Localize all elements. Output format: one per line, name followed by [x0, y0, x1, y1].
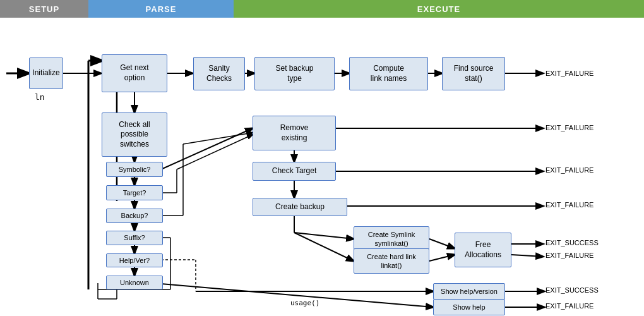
setup-label: SETUP	[0, 0, 88, 18]
get-next-option-box: Get next option	[102, 54, 167, 92]
exit-failure-5: EXIT_FAILURE	[546, 252, 593, 259]
symbolic-box: Symbolic?	[106, 162, 163, 177]
exit-failure-6: EXIT_FAILURE	[546, 302, 593, 310]
top-bar: SETUP PARSE EXECUTE	[0, 0, 644, 18]
suffix-box: Suffix?	[106, 231, 163, 245]
exit-failure-1: EXIT_FAILURE	[546, 70, 593, 77]
usage-label: usage()	[290, 299, 319, 307]
check-target-box: Check Target	[253, 162, 336, 181]
svg-line-31	[294, 233, 354, 239]
show-help-box: Show help	[433, 299, 505, 315]
create-hard-link-box: Create hard link linkat()	[354, 248, 429, 274]
create-backup-box: Create backup	[253, 198, 347, 216]
exit-failure-4: EXIT_FAILURE	[546, 201, 593, 209]
sanity-checks-box: Sanity Checks	[193, 57, 245, 90]
svg-line-21	[177, 135, 253, 169]
diagram: Initialize ln Get next option Sanity Che…	[0, 18, 644, 316]
svg-line-36	[511, 255, 543, 257]
svg-line-32	[294, 233, 354, 261]
check-all-switches-box: Check all possible switches	[102, 112, 167, 157]
free-allocations-box: Free Allocations	[455, 233, 511, 267]
find-source-box: Find source stat()	[442, 57, 505, 90]
unknown-box: Unknown	[106, 276, 163, 289]
execute-label: EXECUTE	[234, 0, 644, 18]
ln-label: ln	[35, 92, 45, 102]
svg-line-34	[429, 255, 455, 261]
compute-link-names-box: Compute link names	[349, 57, 428, 90]
exit-failure-2: EXIT_FAILURE	[546, 124, 593, 131]
show-helpver-box: Show help/version	[433, 283, 505, 300]
helpver-box: Help/Ver?	[106, 253, 163, 267]
exit-success-1: EXIT_SUCCESS	[546, 239, 599, 246]
svg-line-33	[429, 239, 455, 248]
exit-failure-3: EXIT_FAILURE	[546, 166, 593, 174]
initialize-box: Initialize	[29, 58, 63, 89]
backup-box: Backup?	[106, 209, 163, 223]
svg-line-18	[161, 128, 253, 169]
parse-label: PARSE	[88, 0, 234, 18]
remove-existing-box: Remove existing	[253, 116, 336, 150]
svg-line-24	[183, 133, 253, 144]
target-box: Target?	[106, 185, 163, 200]
exit-success-2: EXIT_SUCCESS	[546, 286, 599, 294]
create-symlink-box: Create Symlink symlinkat()	[354, 226, 429, 252]
set-backup-type-box: Set backup type	[254, 57, 335, 90]
